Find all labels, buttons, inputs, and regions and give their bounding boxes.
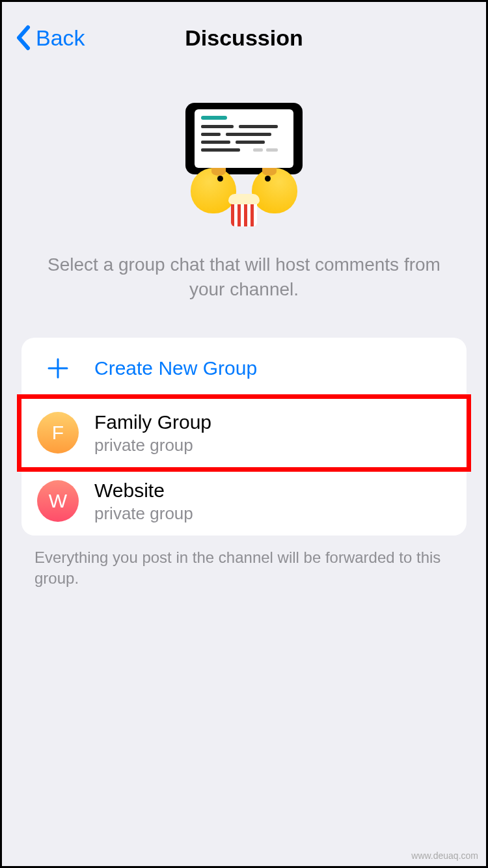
footer-note: Everything you post in the channel will …: [34, 547, 454, 590]
page-title: Discussion: [185, 25, 303, 51]
group-item-family[interactable]: F Family Group private group: [17, 394, 471, 472]
group-list: Create New Group F Family Group private …: [21, 338, 467, 536]
header-bar: Back Discussion: [2, 2, 486, 74]
create-group-label: Create New Group: [94, 357, 257, 380]
watermark: www.deuaq.com: [411, 850, 478, 861]
description-text: Select a group chat that will host comme…: [28, 252, 460, 302]
plus-icon: [46, 357, 70, 380]
group-subtitle: private group: [94, 435, 211, 455]
create-new-group-button[interactable]: Create New Group: [21, 338, 467, 399]
duck-left-icon: [191, 168, 236, 213]
device-icon: [185, 103, 303, 174]
avatar: F: [37, 412, 79, 454]
group-title: Family Group: [94, 411, 211, 434]
popcorn-icon: [231, 202, 257, 226]
illustration: [2, 103, 486, 233]
avatar: W: [37, 480, 79, 522]
back-button[interactable]: Back: [15, 25, 85, 51]
group-subtitle: private group: [94, 504, 193, 524]
duck-right-icon: [252, 168, 297, 213]
group-title: Website: [94, 479, 193, 502]
chevron-left-icon: [15, 25, 31, 51]
group-item-website[interactable]: W Website private group: [21, 467, 467, 536]
back-label: Back: [36, 25, 85, 51]
